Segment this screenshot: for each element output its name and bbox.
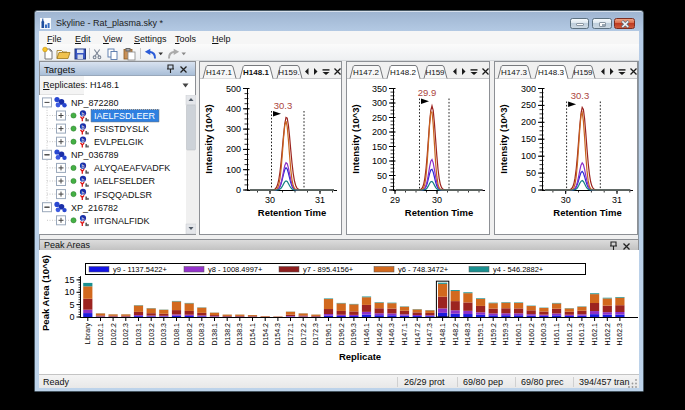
svg-text:D138.1: D138.1: [211, 323, 218, 346]
svg-text:5: 5: [69, 300, 74, 310]
svg-text:100: 100: [372, 156, 387, 166]
svg-text:H148.3: H148.3: [538, 68, 564, 77]
svg-text:EVLPELGIK: EVLPELGIK: [94, 137, 144, 147]
svg-text:H159: H159: [573, 68, 593, 77]
svg-text:250: 250: [372, 113, 387, 123]
svg-text:30.3: 30.3: [571, 90, 590, 101]
svg-text:H146.2: H146.2: [376, 323, 383, 346]
svg-text:FSISTDYSLK: FSISTDYSLK: [94, 124, 149, 134]
svg-text:31: 31: [612, 195, 622, 205]
svg-text:H148.1: H148.1: [439, 323, 446, 346]
svg-text:b: b: [82, 190, 85, 196]
svg-text:b: b: [82, 124, 85, 130]
svg-text:D102.1: D102.1: [97, 323, 104, 346]
svg-text:100: 100: [226, 165, 241, 175]
svg-text:b: b: [82, 163, 85, 169]
svg-text:Retention Time: Retention Time: [553, 207, 621, 218]
svg-text:H162.3: H162.3: [616, 323, 623, 346]
svg-text:200: 200: [226, 144, 241, 154]
svg-text:250: 250: [521, 100, 536, 110]
svg-text:H159.1: H159.1: [477, 323, 484, 346]
svg-text:b: b: [82, 216, 85, 222]
svg-text:H160.2: H160.2: [528, 323, 535, 346]
svg-text:0: 0: [382, 185, 387, 195]
svg-text:Replicate: Replicate: [339, 351, 381, 362]
svg-text:400: 400: [226, 104, 241, 114]
svg-text:H161.3: H161.3: [578, 323, 585, 346]
svg-text:30.3: 30.3: [274, 100, 293, 111]
svg-text:D103.3: D103.3: [160, 323, 167, 346]
svg-text:350: 350: [372, 84, 387, 94]
svg-text:200: 200: [521, 117, 536, 127]
svg-text:y9 - 1137.5422+: y9 - 1137.5422+: [113, 265, 167, 274]
svg-text:y8 - 1008.4997+: y8 - 1008.4997+: [208, 265, 263, 274]
svg-text:H146.1: H146.1: [363, 323, 370, 346]
svg-text:Retention Time: Retention Time: [405, 207, 473, 218]
svg-text:D196.2: D196.2: [338, 323, 345, 346]
svg-text:300: 300: [372, 98, 387, 108]
svg-text:D102.3: D102.3: [122, 323, 129, 346]
svg-text:D154.1: D154.1: [249, 323, 256, 346]
svg-text:0: 0: [531, 185, 536, 195]
svg-text:150: 150: [521, 134, 536, 144]
svg-text:IITGNALFIDK: IITGNALFIDK: [94, 216, 150, 226]
svg-text:30: 30: [561, 195, 571, 205]
svg-text:b: b: [82, 137, 85, 143]
svg-text:y4 - 546.2882+: y4 - 546.2882+: [493, 265, 544, 274]
svg-text:Peak Area (10^6): Peak Area (10^6): [40, 255, 51, 331]
svg-text:0: 0: [69, 312, 74, 322]
svg-text:H147.2: H147.2: [414, 323, 421, 346]
svg-text:D196.1: D196.1: [325, 323, 332, 346]
svg-text:b: b: [82, 111, 85, 117]
svg-text:Intensity (10^3): Intensity (10^3): [203, 104, 214, 173]
svg-text:D108.2: D108.2: [186, 323, 193, 346]
svg-text:NP_872280: NP_872280: [71, 98, 119, 108]
svg-text:H147.2: H147.2: [353, 68, 379, 77]
svg-text:Intensity (10^3): Intensity (10^3): [498, 104, 509, 173]
svg-text:D103.2: D103.2: [148, 323, 155, 346]
svg-text:30: 30: [265, 195, 275, 205]
svg-text:300: 300: [521, 84, 536, 94]
svg-text:50: 50: [377, 171, 387, 181]
svg-text:H148.2: H148.2: [452, 323, 459, 346]
svg-text:H148.3: H148.3: [464, 323, 471, 346]
svg-text:D108.1: D108.1: [173, 323, 180, 346]
svg-text:31: 31: [315, 195, 325, 205]
svg-text:D196.3: D196.3: [350, 323, 357, 346]
svg-text:50: 50: [526, 168, 536, 178]
svg-text:H162.1: H162.1: [591, 323, 598, 346]
svg-text:Intensity (10^3): Intensity (10^3): [350, 104, 361, 173]
svg-text:D172.3: D172.3: [312, 323, 319, 346]
svg-text:D172.1: D172.1: [287, 323, 294, 346]
svg-text:D172.2: D172.2: [300, 323, 307, 346]
svg-text:D138.3: D138.3: [236, 323, 243, 346]
svg-text:30: 30: [432, 195, 442, 205]
svg-text:H161.2: H161.2: [566, 323, 573, 346]
svg-text:H148.2: H148.2: [390, 68, 416, 77]
svg-text:XP_216782: XP_216782: [71, 203, 118, 213]
svg-text:IAELFSELDER: IAELFSELDER: [94, 176, 156, 186]
svg-text:NP_036789: NP_036789: [71, 150, 119, 160]
svg-text:IAELFSDLEER: IAELFSDLEER: [94, 111, 156, 121]
svg-text:10: 10: [64, 287, 74, 297]
svg-text:Library: Library: [84, 323, 92, 345]
svg-text:300: 300: [226, 124, 241, 134]
svg-text:H147.3: H147.3: [501, 68, 527, 77]
svg-text:H159.3: H159.3: [502, 323, 509, 346]
svg-text:ALYQAEAFVADFK: ALYQAEAFVADFK: [94, 163, 170, 173]
svg-text:D154.2: D154.2: [262, 323, 269, 346]
svg-text:H147.3: H147.3: [426, 323, 433, 346]
svg-text:500: 500: [226, 84, 241, 94]
svg-text:200: 200: [372, 127, 387, 137]
svg-text:H147.1: H147.1: [401, 323, 408, 346]
svg-text:y6 - 748.3472+: y6 - 748.3472+: [398, 265, 449, 274]
svg-text:H159.2: H159.2: [490, 323, 497, 346]
svg-text:H162.2: H162.2: [604, 323, 611, 346]
svg-text:H159: H159: [425, 68, 445, 77]
svg-text:D103.1: D103.1: [135, 323, 142, 346]
svg-text:29: 29: [390, 195, 400, 205]
svg-text:H146.3: H146.3: [388, 323, 395, 346]
svg-text:IFSQQADLSR: IFSQQADLSR: [94, 190, 153, 200]
svg-text:H161.1: H161.1: [553, 323, 560, 346]
svg-text:H148.1: H148.1: [243, 68, 269, 77]
